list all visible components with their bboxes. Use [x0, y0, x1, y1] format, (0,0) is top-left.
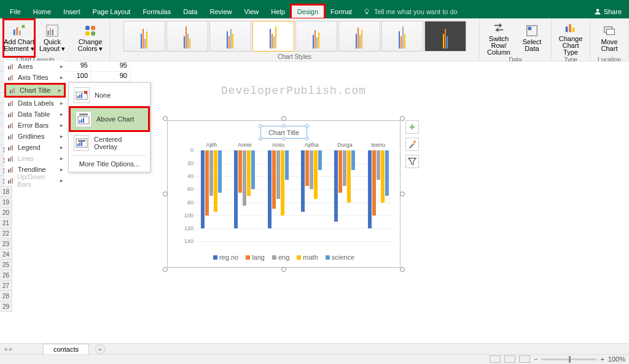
- menu-item-up-down-bars: Up/Down Bars▸: [4, 175, 66, 186]
- svg-rect-21: [606, 29, 614, 34]
- select-data-button[interactable]: Select Data: [517, 20, 547, 56]
- switch-row-column-button[interactable]: Switch Row/ Column: [483, 20, 514, 56]
- svg-rect-33: [10, 102, 11, 106]
- chart-title-submenu: None Above Chart Centered Overlay More T…: [68, 82, 150, 172]
- svg-rect-59: [81, 93, 82, 98]
- share-button[interactable]: Share: [594, 8, 622, 15]
- chart-filter-button[interactable]: [405, 155, 419, 168]
- centered-overlay-icon: [76, 137, 88, 149]
- svg-rect-10: [52, 29, 53, 35]
- svg-point-11: [85, 26, 90, 30]
- chart-title-text: Chart Title: [268, 129, 299, 136]
- tab-page-layout[interactable]: Page Layout: [87, 5, 137, 18]
- tab-format[interactable]: Format: [324, 5, 358, 18]
- submenu-more-options[interactable]: More Title Options...: [69, 157, 150, 171]
- view-normal-button[interactable]: [490, 355, 501, 363]
- change-chart-type-button[interactable]: Change Chart Type: [555, 20, 586, 56]
- chart-elements-plus-button[interactable]: +: [405, 120, 419, 134]
- view-page-break-button[interactable]: [519, 355, 530, 363]
- cell[interactable]: 90: [91, 72, 130, 82]
- svg-rect-23: [8, 66, 9, 69]
- svg-rect-43: [12, 134, 13, 139]
- tab-insert[interactable]: Insert: [57, 5, 87, 18]
- move-chart-button[interactable]: Move Chart: [594, 20, 625, 56]
- menu-item-data-table[interactable]: Data Table▸: [4, 109, 66, 120]
- svg-rect-58: [79, 95, 80, 98]
- tab-data[interactable]: Data: [177, 5, 203, 18]
- svg-rect-70: [79, 142, 80, 146]
- chart-styles-brush-button[interactable]: [405, 137, 419, 151]
- svg-rect-27: [10, 76, 11, 80]
- svg-rect-46: [12, 145, 13, 150]
- zoom-in-button[interactable]: +: [600, 355, 604, 363]
- svg-rect-42: [10, 135, 11, 139]
- svg-rect-3: [14, 29, 15, 35]
- svg-rect-35: [8, 114, 9, 117]
- menu-item-data-labels[interactable]: Data Labels▸: [4, 98, 66, 109]
- svg-point-13: [85, 31, 90, 36]
- svg-rect-62: [79, 114, 88, 115]
- add-sheet-button[interactable]: +: [95, 344, 105, 354]
- svg-rect-29: [10, 90, 11, 93]
- menu-item-axes[interactable]: Axes▸: [4, 61, 66, 72]
- chart-styles-gallery[interactable]: [123, 21, 466, 53]
- watermark-text: DeveloperPublish.com: [221, 85, 366, 97]
- quick-layout-icon: [45, 24, 59, 37]
- submenu-above-label: Above Chart: [96, 115, 134, 123]
- switch-icon: [492, 21, 506, 34]
- change-colors-label: Change Colors ▾: [78, 39, 103, 52]
- svg-rect-34: [12, 101, 13, 106]
- tell-me-box[interactable]: Tell me what you want to do: [363, 8, 458, 15]
- svg-rect-53: [8, 180, 9, 184]
- share-label: Share: [604, 8, 622, 15]
- chart-legend[interactable]: reg.nolangengmathscience: [168, 254, 400, 261]
- chart-plot-area[interactable]: AjithAnnieAnsuAjithaDurgateenu 020406080…: [181, 150, 395, 241]
- zoom-slider[interactable]: [541, 358, 596, 360]
- svg-rect-69: [77, 144, 79, 146]
- zoom-level[interactable]: 100%: [608, 355, 625, 363]
- change-colors-button[interactable]: Change Colors ▾: [75, 20, 106, 56]
- menu-item-legend[interactable]: Legend▸: [4, 142, 66, 153]
- quick-layout-button[interactable]: Quick Layout ▾: [37, 20, 68, 56]
- svg-rect-48: [10, 157, 11, 161]
- sheet-tab-contacts[interactable]: contacts: [43, 344, 89, 354]
- svg-point-12: [91, 26, 95, 30]
- view-page-layout-button[interactable]: [504, 355, 515, 363]
- svg-rect-6: [22, 25, 25, 28]
- menu-item-axis-titles[interactable]: Axis Titles▸: [4, 72, 66, 83]
- submenu-centered-overlay[interactable]: Centered Overlay: [69, 132, 150, 154]
- tab-view[interactable]: View: [238, 5, 265, 18]
- chart-side-buttons: +: [405, 120, 419, 168]
- svg-rect-19: [572, 28, 575, 32]
- menu-item-gridlines[interactable]: Gridlines▸: [4, 131, 66, 142]
- tell-me-label: Tell me what you want to do: [374, 8, 458, 15]
- svg-rect-54: [10, 179, 11, 184]
- tab-design[interactable]: Design: [291, 5, 324, 18]
- svg-rect-55: [12, 178, 13, 184]
- zoom-out-button[interactable]: −: [534, 355, 537, 363]
- tab-review[interactable]: Review: [203, 5, 238, 18]
- svg-rect-38: [8, 125, 9, 128]
- submenu-none[interactable]: None: [69, 84, 150, 106]
- cell[interactable]: 95: [91, 61, 130, 72]
- tab-home[interactable]: Home: [27, 5, 57, 18]
- quick-layout-label: Quick Layout ▾: [39, 39, 65, 52]
- tab-help[interactable]: Help: [265, 5, 291, 18]
- chart-title[interactable]: Chart Title: [260, 126, 307, 139]
- select-data-label: Select Data: [523, 39, 542, 52]
- embedded-chart[interactable]: Chart Title AjithAnnieAnsuAjithaDurgatee…: [167, 120, 400, 268]
- svg-rect-28: [12, 75, 13, 80]
- svg-rect-51: [10, 168, 11, 172]
- menu-item-chart-title[interactable]: Chart Title▸: [6, 85, 64, 96]
- sheet-nav[interactable]: ◂ ▸: [4, 345, 13, 353]
- chart-bars: [195, 150, 395, 241]
- select-data-icon: [525, 24, 539, 37]
- submenu-above-chart[interactable]: Above Chart: [71, 108, 148, 130]
- tab-file[interactable]: File: [4, 5, 27, 18]
- switch-row-column-label: Switch Row/ Column: [483, 36, 514, 56]
- add-chart-element-button[interactable]: Add Chart Element ▾: [4, 20, 34, 56]
- change-chart-type-label: Change Chart Type: [555, 36, 586, 56]
- menu-item-error-bars[interactable]: Error Bars▸: [4, 120, 66, 131]
- tab-formulas[interactable]: Formulas: [136, 5, 177, 18]
- above-chart-icon: [77, 113, 90, 125]
